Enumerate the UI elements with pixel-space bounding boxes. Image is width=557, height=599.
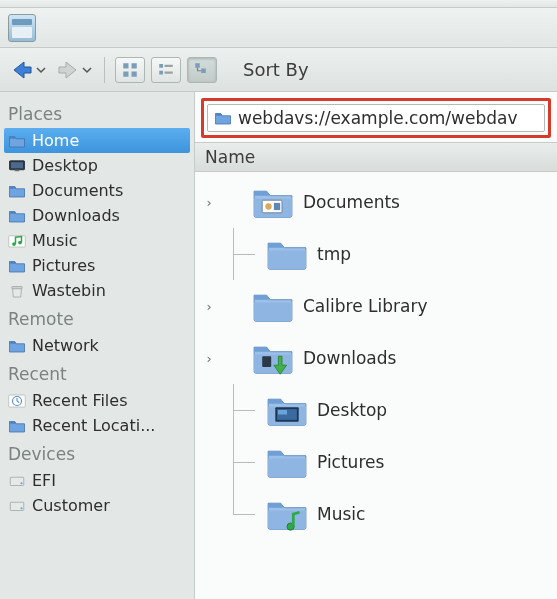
sidebar-item-label: Recent Files (32, 391, 128, 410)
sidebar-item-label: Desktop (32, 156, 98, 175)
sidebar-item[interactable]: Documents (4, 178, 190, 203)
sidebar-item[interactable]: Wastebin (4, 278, 190, 303)
tree-lines (225, 488, 257, 540)
sidebar-section-header: Places (4, 98, 190, 128)
menubar (0, 8, 557, 48)
tree-lines (225, 436, 257, 488)
folder-desktop-icon (265, 392, 309, 428)
view-tree-button[interactable] (187, 57, 217, 83)
view-list-button[interactable] (151, 57, 181, 83)
sidebar-section-header: Remote (4, 303, 190, 333)
chevron-down-icon (82, 65, 92, 75)
folder-blue-icon (8, 183, 26, 199)
tree-row[interactable]: tmp (201, 228, 557, 280)
folder-blue-icon (8, 418, 26, 434)
sidebar-item[interactable]: Recent Locati... (4, 413, 190, 438)
expand-toggle[interactable]: › (201, 195, 217, 210)
sidebar-item[interactable]: Music (4, 228, 190, 253)
tree-row[interactable]: Pictures (201, 436, 557, 488)
tree-row[interactable]: ›Documents (201, 176, 557, 228)
view-tree-icon (193, 61, 211, 79)
clock-icon (8, 393, 26, 409)
tree-lines (225, 384, 257, 436)
app-icon[interactable] (8, 14, 36, 42)
sidebar-item[interactable]: EFI (4, 468, 190, 493)
expand-toggle[interactable]: › (201, 299, 217, 314)
arrow-left-icon (10, 58, 34, 82)
places-sidebar: PlacesHomeDesktopDocumentsDownloadsMusic… (0, 92, 195, 599)
expand-toggle[interactable]: › (201, 351, 217, 366)
sidebar-section-header: Recent (4, 358, 190, 388)
folder-blue-icon (8, 208, 26, 224)
sidebar-item[interactable]: Customer (4, 493, 190, 518)
chevron-down-icon (36, 65, 46, 75)
folder-download-icon (251, 340, 295, 376)
sidebar-item-label: Music (32, 231, 78, 250)
folder-docs-icon (251, 184, 295, 220)
folder-icon (265, 444, 309, 480)
address-text: webdavs://example.com/webdav (238, 108, 518, 128)
trash-icon (8, 283, 26, 299)
sidebar-item[interactable]: Network (4, 333, 190, 358)
sidebar-item[interactable]: Pictures (4, 253, 190, 278)
file-tree: ›Documentstmp›Calibre Library›DownloadsD… (195, 172, 557, 599)
tree-row-label: Documents (303, 192, 400, 212)
view-list-icon (157, 61, 175, 79)
sidebar-item-label: Downloads (32, 206, 120, 225)
folder-icon (265, 236, 309, 272)
tree-row-label: tmp (317, 244, 351, 264)
sidebar-item[interactable]: Recent Files (4, 388, 190, 413)
folder-icon (214, 110, 232, 126)
sidebar-item-label: EFI (32, 471, 56, 490)
address-bar[interactable]: webdavs://example.com/webdav (207, 104, 545, 132)
tree-lines (225, 228, 257, 280)
column-header-name[interactable]: Name (195, 142, 557, 172)
sidebar-section-header: Devices (4, 438, 190, 468)
tree-row[interactable]: ›Downloads (201, 332, 557, 384)
tree-row-label: Calibre Library (303, 296, 427, 316)
tree-row-label: Pictures (317, 452, 384, 472)
nav-back-button[interactable] (8, 56, 48, 84)
nav-forward-button[interactable] (54, 56, 94, 84)
folder-icon (251, 288, 295, 324)
window-titlebar (0, 0, 557, 8)
disk-icon (8, 473, 26, 489)
sidebar-item[interactable]: Desktop (4, 153, 190, 178)
folder-blue-icon (8, 338, 26, 354)
sort-by-button[interactable]: Sort By (243, 59, 309, 80)
tree-row[interactable]: Music (201, 488, 557, 540)
sidebar-item-label: Wastebin (32, 281, 106, 300)
tree-row[interactable]: ›Calibre Library (201, 280, 557, 332)
toolbar-separator (104, 57, 105, 83)
sidebar-item-label: Documents (32, 181, 123, 200)
sidebar-item-label: Recent Locati... (32, 416, 155, 435)
folder-blue-icon (8, 133, 26, 149)
sidebar-item[interactable]: Home (4, 128, 190, 153)
toolbar: Sort By (0, 48, 557, 92)
sidebar-item-label: Home (32, 131, 79, 150)
main-panel: webdavs://example.com/webdav Name ›Docum… (195, 92, 557, 599)
sidebar-item-label: Pictures (32, 256, 95, 275)
view-icons-icon (121, 61, 139, 79)
monitor-icon (8, 158, 26, 174)
tree-row-label: Downloads (303, 348, 396, 368)
folder-music-icon (265, 496, 309, 532)
sidebar-item[interactable]: Downloads (4, 203, 190, 228)
sidebar-item-label: Network (32, 336, 99, 355)
folder-blue-icon (8, 258, 26, 274)
tree-row[interactable]: Desktop (201, 384, 557, 436)
address-highlight: webdavs://example.com/webdav (201, 98, 551, 138)
tree-row-label: Desktop (317, 400, 387, 420)
tree-row-label: Music (317, 504, 365, 524)
disk-icon (8, 498, 26, 514)
arrow-right-icon (56, 58, 80, 82)
music-icon (8, 233, 26, 249)
sidebar-item-label: Customer (32, 496, 110, 515)
view-icons-button[interactable] (115, 57, 145, 83)
